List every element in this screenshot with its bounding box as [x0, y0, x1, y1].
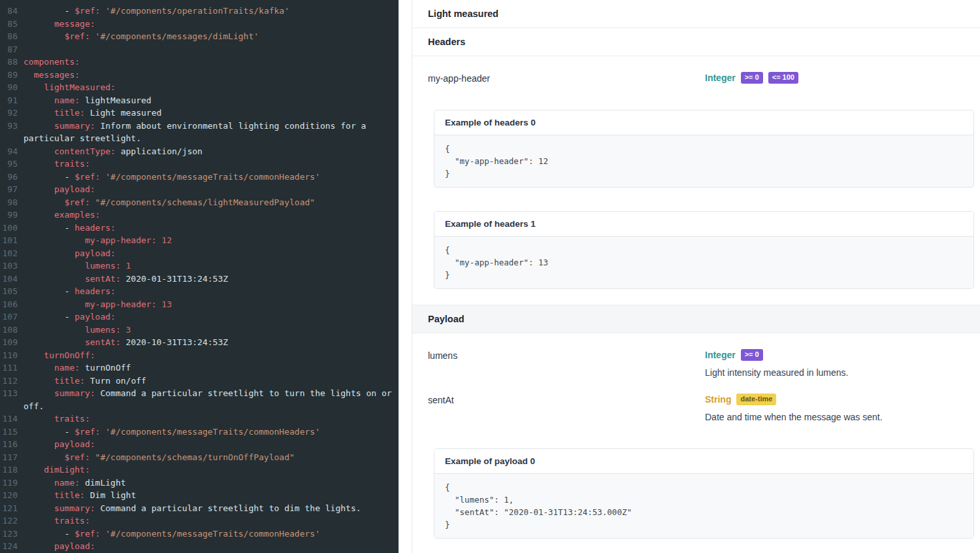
token-plain: dimLight: [80, 478, 125, 488]
token-punct: -: [65, 172, 75, 182]
example-title: Example of payload 0: [434, 449, 973, 474]
code-line: 101 my-app-header: 12: [0, 234, 399, 247]
line-number: 102: [0, 247, 24, 260]
token-key: $ref:: [74, 427, 100, 437]
code-line: 117 $ref: "#/components/schemas/turnOnOf…: [0, 451, 399, 464]
token-num: 1: [121, 261, 131, 271]
code-line: 86 $ref: '#/components/messages/dimLight…: [0, 30, 399, 43]
token-key: dimLight:: [44, 465, 90, 475]
code-text: name: turnOnOff: [24, 361, 399, 375]
code-text: - $ref: '#/components/operationTraits/ka…: [24, 5, 399, 18]
token-key: title:: [54, 490, 85, 500]
token-punct: -: [65, 223, 75, 233]
code-line: 92 title: Light measured: [0, 107, 399, 120]
line-number: 90: [0, 81, 24, 94]
line-number: 109: [0, 336, 24, 349]
token-key: name:: [54, 363, 80, 373]
code-text: messages:: [24, 69, 399, 82]
token-key: title:: [54, 376, 85, 386]
code-text: payload:: [24, 247, 399, 260]
section-bar-payload: Payload: [412, 305, 980, 333]
line-number: 107: [0, 310, 24, 324]
property-detail: Integer>= 0<= 100: [705, 72, 964, 84]
token-key: messages:: [34, 70, 80, 80]
code-line: 91 name: lightMeasured: [0, 94, 399, 107]
code-text: examples:: [24, 209, 399, 222]
line-number: 101: [0, 234, 24, 247]
token-key: summary:: [54, 121, 95, 131]
code-text: lumens: 1: [24, 260, 399, 273]
token-key: payload:: [74, 312, 116, 322]
line-number: 103: [0, 260, 24, 273]
code-line: 99 examples:: [0, 209, 399, 222]
line-number: 118: [0, 463, 24, 477]
example-code: { "my-app-header": 12 }: [434, 135, 973, 187]
code-text: name: dimLight: [24, 477, 399, 490]
token-str: '#/components/messageTraits/commonHeader…: [100, 529, 320, 539]
example-box: Example of headers 1{ "my-app-header": 1…: [434, 211, 974, 289]
code-text: lightMeasured:: [24, 81, 399, 94]
code-text: contentType: application/json: [24, 145, 399, 158]
code-text: message:: [24, 18, 399, 31]
line-number: 116: [0, 438, 24, 451]
property-type-line: Integer>= 0<= 100: [705, 72, 964, 84]
code-line: 115 - $ref: '#/components/messageTraits/…: [0, 426, 399, 439]
line-number: 87: [0, 43, 24, 56]
code-text: sentAt: 2020-10-31T13:24:53Z: [24, 336, 399, 349]
code-text: title: Turn on/off: [24, 375, 399, 388]
token-key: name:: [54, 95, 80, 105]
code-text: - headers:: [24, 285, 399, 298]
code-text: components:: [24, 56, 399, 69]
code-line: 84 - $ref: '#/components/operationTraits…: [0, 5, 399, 18]
token-key: traits:: [54, 159, 90, 169]
yaml-editor[interactable]: 84 - $ref: '#/components/operationTraits…: [0, 0, 399, 553]
line-number: 121: [0, 502, 24, 515]
line-number: 114: [0, 412, 24, 426]
token-key: components:: [24, 57, 80, 67]
property-type-line: Integer>= 0: [705, 349, 964, 361]
code-line: 96 - $ref: '#/components/messageTraits/c…: [0, 171, 399, 184]
line-number: 124: [0, 540, 24, 553]
token-str: '#/components/operationTraits/kafka': [100, 6, 289, 16]
token-key: message:: [54, 19, 95, 29]
code-line: 121 summary: Command a particular street…: [0, 502, 399, 515]
code-line: 108 lumens: 3: [0, 324, 399, 337]
line-number: 97: [0, 183, 24, 196]
token-plain: lightMeasured: [80, 95, 152, 105]
token-key: name:: [54, 478, 80, 488]
code-text: title: Light measured: [24, 107, 399, 120]
example-code: { "my-app-header": 13 }: [434, 237, 973, 288]
code-line: 106 my-app-header: 13: [0, 298, 399, 311]
token-key: turnOnOff:: [44, 350, 95, 360]
section-bar-headers: Headers: [412, 28, 980, 56]
code-line: 119 name: dimLight: [0, 477, 399, 490]
line-number: 99: [0, 209, 24, 222]
code-line: 107 - payload:: [0, 310, 399, 324]
token-str: '#/components/messageTraits/commonHeader…: [100, 427, 320, 437]
line-number: 92: [0, 107, 24, 120]
pane-splitter[interactable]: [399, 0, 412, 553]
property-type: Integer: [705, 73, 736, 83]
code-line: 93 summary: Inform about environmental l…: [0, 120, 399, 145]
code-line: 112 title: Turn on/off: [0, 375, 399, 388]
code-text: - payload:: [24, 310, 399, 324]
token-key: summary:: [54, 503, 95, 513]
token-punct: -: [65, 312, 75, 322]
code-line: 98 $ref: "#/components/schemas/lightMeas…: [0, 196, 399, 209]
code-text: payload:: [24, 183, 399, 196]
constraint-badge: date-time: [736, 394, 776, 405]
code-line: 124 payload:: [0, 540, 399, 553]
line-number: 111: [0, 361, 24, 375]
token-key: summary:: [54, 388, 95, 398]
token-punct: -: [65, 427, 75, 437]
example-title: Example of headers 1: [434, 212, 973, 237]
token-plain: 2020-01-31T13:24:53Z: [121, 274, 228, 284]
property-description: Date and time when the message was sent.: [705, 412, 964, 422]
token-str: "#/components/schemas/lightMeasuredPaylo…: [90, 197, 315, 207]
code-text: - $ref: '#/components/messageTraits/comm…: [24, 426, 399, 439]
token-key: $ref:: [65, 197, 90, 207]
token-plain: application/json: [116, 146, 203, 156]
code-line: 111 name: turnOnOff: [0, 361, 399, 375]
line-number: 88: [0, 56, 24, 69]
code-line: 120 title: Dim light: [0, 489, 399, 502]
